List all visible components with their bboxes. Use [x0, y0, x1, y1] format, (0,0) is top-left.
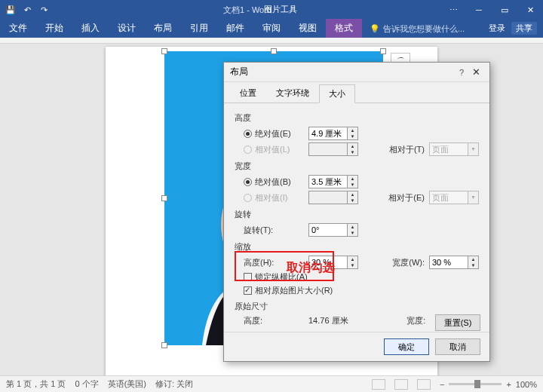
cancel-button[interactable]: 取消: [435, 338, 480, 355]
rotate-input[interactable]: ▲▼: [308, 223, 358, 237]
status-page[interactable]: 第 1 页，共 1 页: [6, 378, 66, 390]
ok-button[interactable]: 确定: [384, 338, 429, 355]
resize-handle[interactable]: [161, 195, 167, 201]
login-link[interactable]: 登录: [489, 23, 505, 34]
orig-h-value: 14.76 厘米: [308, 315, 348, 326]
tab-view[interactable]: 视图: [290, 19, 326, 38]
window-title: 文档1 - Word: [54, 5, 440, 16]
status-track[interactable]: 修订: 关闭: [155, 378, 193, 390]
status-lang[interactable]: 英语(美国): [108, 378, 146, 390]
dialog-tab-wrap[interactable]: 文字环绕: [266, 84, 319, 103]
annotation-text: 取消勾选: [287, 260, 335, 276]
dialog-tab-size[interactable]: 大小: [319, 84, 355, 103]
height-rel-radio: 相对值(L): [244, 144, 304, 155]
orig-section: 原始尺寸: [235, 301, 479, 312]
tab-file[interactable]: 文件: [0, 19, 36, 38]
width-section: 宽度: [235, 161, 479, 172]
zoom-in-icon[interactable]: +: [506, 380, 511, 389]
resize-handle[interactable]: [380, 48, 386, 54]
layout-dialog: 布局 ? ✕ 位置 文字环绕 大小 高度 绝对值(E) ▲▼ 相对值(L) ▲▼…: [223, 62, 490, 362]
tab-design[interactable]: 设计: [109, 19, 145, 38]
width-abs-input[interactable]: ▲▼: [308, 175, 358, 188]
view-read-icon[interactable]: [372, 379, 385, 390]
dialog-close-icon[interactable]: ✕: [468, 66, 483, 78]
zoom-slider[interactable]: [449, 383, 502, 385]
dialog-tab-position[interactable]: 位置: [230, 84, 266, 103]
dialog-title: 布局: [230, 66, 455, 78]
tab-insert[interactable]: 插入: [72, 19, 109, 38]
zoom-out-icon[interactable]: −: [440, 380, 444, 389]
height-section: 高度: [235, 112, 479, 124]
height-abs-radio[interactable]: 绝对值(E): [244, 128, 304, 139]
width-rel-combo: ▼: [429, 191, 479, 204]
maximize-icon[interactable]: ▭: [492, 0, 517, 20]
orig-h-label: 高度:: [244, 315, 304, 326]
rotate-section: 旋转: [235, 209, 479, 220]
rotate-label: 旋转(T):: [244, 225, 304, 236]
ribbon-options-icon[interactable]: ⋯: [440, 0, 466, 20]
redo-icon[interactable]: ↷: [38, 4, 50, 16]
width-abs-radio[interactable]: 绝对值(B): [244, 176, 304, 188]
status-words[interactable]: 0 个字: [75, 378, 98, 390]
resize-handle[interactable]: [161, 342, 167, 348]
resize-handle[interactable]: [161, 48, 167, 54]
width-rel-radio: 相对值(I): [244, 192, 304, 204]
tab-layout[interactable]: 布局: [145, 19, 181, 38]
contextual-tab-title: 图片工具: [264, 4, 297, 15]
view-web-icon[interactable]: [417, 379, 431, 390]
view-print-icon[interactable]: [394, 379, 408, 390]
share-button[interactable]: 共享: [511, 22, 537, 35]
height-rel-input: ▲▼: [308, 142, 358, 156]
tab-review[interactable]: 审阅: [253, 19, 290, 38]
tab-home[interactable]: 开始: [36, 19, 72, 38]
height-rel-combo: ▼: [429, 142, 479, 156]
tab-mailings[interactable]: 邮件: [217, 19, 253, 38]
dialog-help-icon[interactable]: ?: [455, 68, 468, 77]
resize-handle[interactable]: [271, 48, 277, 54]
undo-icon[interactable]: ↶: [21, 4, 33, 16]
scale-section: 缩放: [235, 241, 479, 253]
tab-references[interactable]: 引用: [181, 19, 217, 38]
tab-format[interactable]: 格式: [326, 19, 362, 38]
zoom-value[interactable]: 100%: [516, 380, 537, 389]
tell-me-input[interactable]: 告诉我您想要做什么...: [362, 20, 472, 38]
save-icon[interactable]: 💾: [5, 4, 17, 16]
reset-button[interactable]: 重置(S): [435, 314, 480, 331]
height-abs-input[interactable]: ▲▼: [308, 127, 358, 140]
width-rel-input: ▲▼: [308, 191, 358, 204]
relative-orig-checkbox[interactable]: 相对原始图片大小(R): [244, 285, 333, 296]
close-icon[interactable]: ✕: [517, 0, 543, 20]
scale-w-input[interactable]: ▲▼: [429, 256, 479, 269]
minimize-icon[interactable]: ─: [466, 0, 492, 20]
